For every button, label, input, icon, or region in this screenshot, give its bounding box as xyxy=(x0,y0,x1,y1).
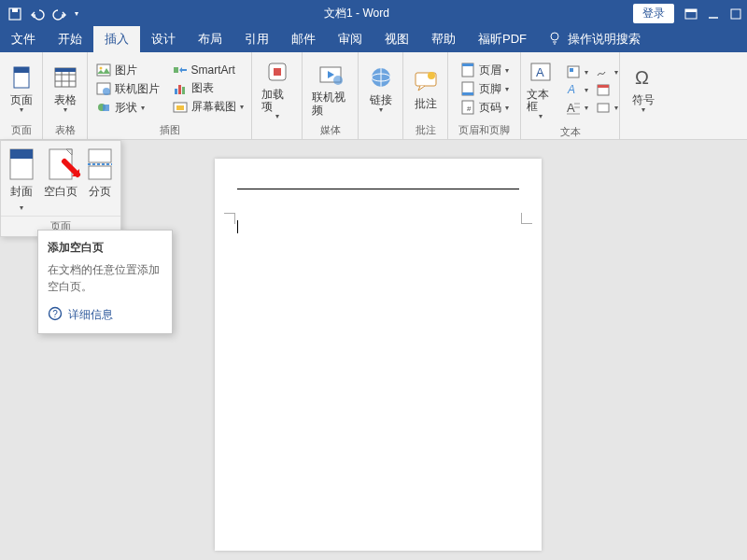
addins-icon xyxy=(263,58,291,86)
comment-icon xyxy=(412,67,440,95)
group-label: 批注 xyxy=(416,121,436,137)
addins-button[interactable]: 加载项▾ xyxy=(258,56,296,123)
group-label: 页眉和页脚 xyxy=(458,121,510,137)
maximize-icon[interactable] xyxy=(728,7,741,20)
tab-view[interactable]: 视图 xyxy=(374,26,420,52)
svg-rect-28 xyxy=(176,105,184,110)
wordart-icon: A xyxy=(566,82,581,97)
tab-mailings[interactable]: 邮件 xyxy=(280,26,327,52)
group-label: 页面 xyxy=(11,121,32,137)
tab-insert[interactable]: 插入 xyxy=(93,26,140,52)
tab-help[interactable]: 帮助 xyxy=(420,26,467,52)
group-label: 文本 xyxy=(560,123,581,139)
svg-rect-26 xyxy=(182,87,185,94)
help-icon: ? xyxy=(48,306,63,324)
comment-button[interactable]: 批注 xyxy=(408,65,444,112)
svg-rect-10 xyxy=(14,67,29,73)
group-comments: 批注 批注 xyxy=(403,52,448,139)
minimize-icon[interactable] xyxy=(706,7,719,20)
ribbon-display-icon[interactable] xyxy=(684,7,697,20)
search-placeholder: 操作说明搜索 xyxy=(568,31,641,48)
tab-design[interactable]: 设计 xyxy=(140,26,187,52)
svg-point-20 xyxy=(103,88,110,95)
pictures-button[interactable]: 图片 xyxy=(96,63,160,78)
object-button[interactable]: ▾ xyxy=(596,100,618,115)
svg-rect-30 xyxy=(274,68,281,76)
svg-text:A: A xyxy=(536,65,544,79)
group-media: 联机视频 媒体 xyxy=(303,52,359,139)
group-links: 链接▾ 链接 xyxy=(359,52,403,139)
tab-foxit[interactable]: 福昕PDF xyxy=(467,26,538,52)
svg-rect-25 xyxy=(178,85,181,94)
page-break-button[interactable]: 分页 xyxy=(88,148,112,212)
signature-button[interactable]: ▾ xyxy=(596,64,618,79)
tab-review[interactable]: 审阅 xyxy=(327,26,374,52)
tab-home[interactable]: 开始 xyxy=(47,26,93,52)
blank-page-button[interactable]: 空白页 xyxy=(44,148,78,212)
ribbon: 页面▾ 页面 表格▾ 表格 图片 联机图片 形状▾ SmartArt 图表 xyxy=(0,52,747,140)
quick-parts-button[interactable]: ▾ xyxy=(566,64,588,79)
redo-icon[interactable] xyxy=(52,7,65,20)
margin-marker-left xyxy=(224,213,235,224)
header-icon xyxy=(460,63,475,77)
login-button[interactable]: 登录 xyxy=(633,4,674,23)
save-icon[interactable] xyxy=(7,7,21,20)
table-button[interactable]: 表格▾ xyxy=(48,62,83,117)
quick-access-toolbar: ▾ xyxy=(0,7,86,20)
online-video-button[interactable]: 联机视频 xyxy=(308,59,352,118)
svg-rect-17 xyxy=(97,64,110,76)
footer-button[interactable]: 页脚▾ xyxy=(460,81,509,97)
smartart-icon xyxy=(173,63,188,77)
shapes-button[interactable]: 形状▾ xyxy=(96,100,160,116)
svg-rect-61 xyxy=(89,166,111,179)
svg-rect-24 xyxy=(175,89,177,94)
wordart-button[interactable]: A▾ xyxy=(566,82,588,97)
svg-rect-3 xyxy=(685,9,697,12)
pages-button[interactable]: 页面▾ xyxy=(4,62,39,117)
omega-icon: Ω xyxy=(629,63,657,91)
picture-icon xyxy=(96,63,111,77)
svg-text:A: A xyxy=(567,101,575,115)
chart-button[interactable]: 图表 xyxy=(173,80,244,96)
margin-marker-right xyxy=(521,213,532,224)
group-label: 插图 xyxy=(160,121,180,137)
dropcap-button[interactable]: A▾ xyxy=(566,100,588,115)
qat-more-icon[interactable]: ▾ xyxy=(75,9,78,18)
screenshot-button[interactable]: 屏幕截图▾ xyxy=(173,99,244,115)
parts-icon xyxy=(566,64,581,79)
video-icon xyxy=(317,61,345,89)
cover-page-button[interactable]: 封面▾ xyxy=(9,148,34,212)
svg-rect-22 xyxy=(103,105,109,111)
lightbulb-icon xyxy=(547,31,562,49)
smartart-button[interactable]: SmartArt xyxy=(173,63,244,77)
online-pictures-button[interactable]: 联机图片 xyxy=(96,81,160,97)
svg-rect-54 xyxy=(598,85,609,88)
svg-rect-58 xyxy=(10,149,33,159)
svg-rect-47 xyxy=(570,68,573,72)
tooltip-more-link[interactable]: ? 详细信息 xyxy=(48,306,162,324)
links-button[interactable]: 链接▾ xyxy=(363,62,399,117)
group-label: 媒体 xyxy=(320,121,341,137)
page-number-button[interactable]: #页码▾ xyxy=(460,100,509,116)
group-addins: 加载项▾ 加载项 xyxy=(252,52,303,139)
undo-icon[interactable] xyxy=(30,7,43,20)
svg-rect-16 xyxy=(55,68,76,72)
symbol-button[interactable]: Ω 符号▾ xyxy=(626,62,661,117)
svg-point-18 xyxy=(99,67,102,70)
title-bar: ▾ 文档1 - Word 登录 xyxy=(0,0,747,26)
document-page[interactable] xyxy=(215,159,542,551)
page-icon xyxy=(7,63,35,91)
tell-me-search[interactable]: 操作说明搜索 xyxy=(538,26,650,52)
footer-icon xyxy=(460,81,475,96)
tab-layout[interactable]: 布局 xyxy=(187,26,233,52)
datetime-button[interactable] xyxy=(596,82,618,97)
pagenum-icon: # xyxy=(460,100,475,115)
tab-references[interactable]: 引用 xyxy=(233,26,280,52)
tab-file[interactable]: 文件 xyxy=(0,26,47,52)
link-icon xyxy=(367,63,395,91)
header-button[interactable]: 页眉▾ xyxy=(460,63,509,78)
svg-text:?: ? xyxy=(52,309,58,319)
textbox-button[interactable]: A 文本框▾ xyxy=(523,56,558,123)
dropcap-icon: A xyxy=(566,100,581,115)
pages-dropdown-panel: 封面▾ 空白页 分页 页面 xyxy=(0,140,121,237)
